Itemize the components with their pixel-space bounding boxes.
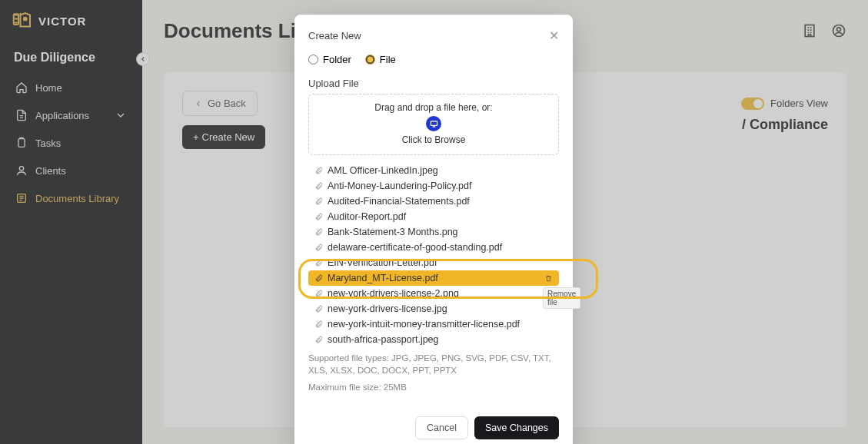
modal-title: Create New — [308, 30, 361, 41]
close-icon[interactable]: ✕ — [549, 28, 559, 43]
file-name: new-york-drivers-license-2.png — [328, 288, 459, 299]
file-name: Maryland_MT-License.pdf — [328, 273, 438, 283]
file-name: south-africa-passport.jpeg — [328, 334, 439, 345]
file-row[interactable]: new-york-drivers-license.jpg — [308, 301, 559, 316]
file-name: Auditor-Report.pdf — [328, 211, 406, 222]
file-name: AML Officer-LinkedIn.jpeg — [328, 165, 438, 176]
paperclip-icon — [314, 213, 323, 221]
trash-icon[interactable] — [544, 274, 553, 283]
radio-label: Folder — [323, 54, 351, 65]
file-row[interactable]: south-africa-passport.jpeg — [308, 332, 559, 347]
radio-folder-input[interactable] — [308, 55, 318, 65]
file-row[interactable]: delaware-certificate-of-good-standing.pd… — [308, 240, 559, 255]
file-row[interactable]: Auditor-Report.pdf — [308, 209, 559, 224]
paperclip-icon — [314, 305, 323, 313]
file-row[interactable]: EIN-Verification-Letter.pdf — [308, 255, 559, 270]
file-name: new-york-intuit-money-transmitter-licens… — [328, 319, 520, 330]
file-row[interactable]: Audited-Financial-Statements.pdf — [308, 194, 559, 209]
file-name: delaware-certificate-of-good-standing.pd… — [328, 242, 502, 253]
file-name: Audited-Financial-Statements.pdf — [328, 196, 470, 207]
hint-types: Supported file types: JPG, JPEG, PNG, SV… — [308, 352, 559, 376]
remove-file-tooltip: Remove file — [543, 287, 580, 309]
paperclip-icon — [314, 274, 323, 283]
radio-label: File — [380, 54, 396, 65]
browse-text: Click to Browse — [314, 134, 554, 145]
paperclip-icon — [314, 167, 323, 175]
file-row[interactable]: new-york-intuit-money-transmitter-licens… — [308, 316, 559, 332]
file-name: Bank-Statement-3 Months.png — [328, 227, 458, 237]
file-list: AML Officer-LinkedIn.jpegAnti-Money-Laun… — [308, 163, 559, 347]
svg-rect-8 — [431, 121, 437, 125]
file-row[interactable]: Bank-Statement-3 Months.png — [308, 224, 559, 240]
dropzone[interactable]: Drag and drop a file here, or: Click to … — [308, 94, 559, 155]
paperclip-icon — [314, 182, 323, 191]
radio-folder[interactable]: Folder — [308, 54, 351, 65]
file-row[interactable]: Maryland_MT-License.pdf — [308, 270, 559, 286]
cancel-button[interactable]: Cancel — [415, 416, 468, 439]
paperclip-icon — [314, 290, 323, 298]
radio-file[interactable]: File — [365, 54, 396, 65]
file-name: EIN-Verification-Letter.pdf — [328, 257, 437, 268]
create-new-modal: Create New ✕ Folder File Upload File Dra… — [294, 15, 573, 444]
paperclip-icon — [314, 228, 323, 237]
file-name: new-york-drivers-license.jpg — [328, 303, 447, 314]
drop-text: Drag and drop a file here, or: — [314, 102, 554, 113]
paperclip-icon — [314, 336, 323, 344]
file-name: Anti-Money-Laundering-Policy.pdf — [328, 181, 471, 191]
file-row[interactable]: Anti-Money-Laundering-Policy.pdf — [308, 178, 559, 194]
upload-monitor-icon — [426, 116, 441, 131]
file-row[interactable]: new-york-drivers-license-2.png — [308, 286, 559, 301]
hint-size: Maximum file size: 25MB — [308, 381, 559, 393]
upload-label: Upload File — [308, 78, 559, 89]
paperclip-icon — [314, 244, 323, 252]
paperclip-icon — [314, 197, 323, 206]
paperclip-icon — [314, 320, 323, 329]
save-button[interactable]: Save Changes — [474, 416, 559, 439]
radio-file-input[interactable] — [365, 55, 375, 65]
file-row[interactable]: AML Officer-LinkedIn.jpeg — [308, 163, 559, 178]
paperclip-icon — [314, 259, 323, 267]
